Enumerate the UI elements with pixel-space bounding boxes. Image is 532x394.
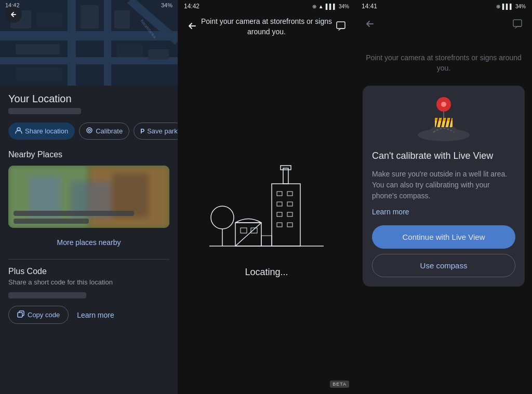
status-icons-p2: ⊕ ▲ ▌▌▌ 34% bbox=[312, 4, 349, 9]
svg-rect-42 bbox=[287, 223, 292, 227]
back-button-p3[interactable] bbox=[363, 17, 377, 33]
panel-cant-calibrate: 14:41 ⊕ ▌▌▌ 34% Point your camera at sto… bbox=[355, 0, 532, 394]
svg-rect-9 bbox=[16, 44, 60, 55]
panel-locating: 14:42 ⊕ ▲ ▌▌▌ 34% Point your camera at s… bbox=[178, 0, 355, 394]
divider bbox=[8, 259, 169, 260]
save-park-button[interactable]: P Save park bbox=[134, 123, 178, 140]
chat-button-p2[interactable] bbox=[334, 19, 348, 35]
panel1-content: Your Location Share location bbox=[0, 86, 178, 394]
copy-icon bbox=[17, 310, 24, 319]
locating-text: Locating... bbox=[245, 267, 288, 278]
learn-more-link-p1[interactable]: Learn more bbox=[77, 311, 114, 319]
dialog-icon-area bbox=[372, 96, 515, 143]
svg-rect-36 bbox=[287, 192, 292, 196]
svg-rect-7 bbox=[36, 13, 62, 28]
svg-rect-37 bbox=[277, 202, 282, 206]
nearby-places-image bbox=[8, 166, 169, 228]
copy-code-label: Copy code bbox=[28, 311, 60, 319]
svg-rect-45 bbox=[261, 236, 272, 246]
nearby-image-overlay bbox=[14, 211, 164, 224]
dialog-learn-more-link[interactable]: Learn more bbox=[372, 208, 515, 216]
calibrate-icon bbox=[86, 127, 93, 135]
svg-rect-41 bbox=[277, 223, 282, 227]
panel3-header-title: Point your camera at storefronts or sign… bbox=[363, 53, 525, 73]
panel2-header-title: Point your camera at storefronts or sign… bbox=[200, 17, 334, 37]
panel-your-location: Косatolanka 14:42 34% Your Location bbox=[0, 0, 178, 394]
time-p2: 14:42 bbox=[184, 3, 200, 10]
your-location-title: Your Location bbox=[8, 93, 169, 105]
back-button-p1[interactable] bbox=[5, 6, 22, 23]
nearby-name-blur bbox=[14, 211, 134, 216]
svg-rect-11 bbox=[114, 10, 130, 29]
calibrate-label: Calibrate bbox=[96, 127, 123, 135]
battery-p3: 34% bbox=[515, 4, 526, 9]
status-bar-p1: 14:42 34% bbox=[0, 2, 178, 8]
plus-code-value-blur bbox=[8, 292, 86, 298]
svg-point-17 bbox=[88, 129, 90, 131]
continue-live-view-button[interactable]: Continue with Live View bbox=[372, 225, 515, 249]
time-p3: 14:41 bbox=[362, 3, 377, 10]
status-bar-p3: 14:41 ⊕ ▌▌▌ 34% bbox=[355, 0, 532, 12]
signal-icon-p2: ▌▌▌ bbox=[326, 4, 337, 9]
svg-rect-31 bbox=[251, 228, 257, 233]
beta-badge: BETA bbox=[330, 381, 349, 388]
plus-code-actions: Copy code Learn more bbox=[8, 306, 169, 324]
location-icon-p2: ⊕ bbox=[312, 4, 316, 9]
map-preview: Косatolanka 14:42 34% bbox=[0, 0, 178, 86]
nearby-places-title: Nearby Places bbox=[8, 150, 169, 159]
signal-icon-p3: ▌▌▌ bbox=[502, 4, 513, 9]
svg-rect-25 bbox=[337, 22, 345, 29]
back-button-p2[interactable] bbox=[185, 19, 200, 35]
svg-rect-13 bbox=[148, 49, 169, 60]
panel2-header: Point your camera at storefronts or sign… bbox=[178, 12, 355, 41]
svg-line-32 bbox=[235, 223, 261, 246]
svg-rect-34 bbox=[272, 184, 300, 246]
share-location-button[interactable]: Share location bbox=[8, 123, 75, 140]
wifi-icon-p2: ▲ bbox=[318, 4, 324, 9]
battery-p2: 34% bbox=[339, 4, 349, 9]
svg-rect-39 bbox=[277, 212, 282, 216]
action-buttons: Share location Calibrate P Save park bbox=[8, 123, 169, 140]
panel3-header bbox=[355, 12, 532, 37]
svg-rect-3 bbox=[68, 0, 76, 86]
battery-p1: 34% bbox=[161, 2, 172, 8]
share-label: Share location bbox=[25, 127, 68, 135]
locating-illustration: Locating... bbox=[178, 41, 355, 394]
status-bar-p2: 14:42 ⊕ ▲ ▌▌▌ 34% bbox=[178, 0, 355, 12]
svg-rect-24 bbox=[18, 313, 22, 317]
copy-code-button[interactable]: Copy code bbox=[8, 306, 69, 324]
road-pin-illustration bbox=[410, 96, 477, 143]
parking-icon: P bbox=[140, 128, 144, 135]
svg-rect-30 bbox=[241, 228, 247, 233]
more-places-link[interactable]: More places nearby bbox=[8, 233, 169, 252]
share-icon bbox=[15, 127, 22, 135]
location-icon-p3: ⊕ bbox=[496, 4, 500, 9]
svg-point-56 bbox=[441, 102, 446, 107]
plus-code-title: Plus Code bbox=[8, 267, 169, 276]
dialog-body: Make sure you're outside in a well lit a… bbox=[372, 169, 515, 201]
svg-rect-46 bbox=[513, 20, 522, 26]
svg-rect-40 bbox=[287, 212, 292, 216]
plus-code-description: Share a short code for this location bbox=[8, 278, 169, 286]
dialog-title: Can't calibrate with Live View bbox=[372, 150, 515, 162]
nearby-detail-blur bbox=[14, 219, 89, 224]
svg-point-16 bbox=[87, 128, 92, 133]
panel3-top: Point your camera at storefronts or sign… bbox=[355, 37, 532, 80]
svg-point-27 bbox=[211, 206, 234, 229]
location-address-placeholder bbox=[8, 108, 81, 114]
svg-rect-10 bbox=[16, 67, 62, 80]
svg-rect-12 bbox=[117, 44, 143, 57]
svg-rect-43 bbox=[283, 168, 288, 184]
svg-rect-44 bbox=[281, 166, 291, 170]
calibration-error-dialog: Can't calibrate with Live View Make sure… bbox=[363, 86, 525, 286]
chat-button-p3[interactable] bbox=[510, 17, 525, 33]
svg-rect-38 bbox=[287, 202, 292, 206]
svg-rect-8 bbox=[81, 5, 99, 29]
use-compass-button[interactable]: Use compass bbox=[372, 254, 515, 277]
svg-rect-35 bbox=[277, 192, 282, 196]
calibrate-button[interactable]: Calibrate bbox=[79, 123, 129, 140]
save-label: Save park bbox=[147, 127, 178, 135]
status-icons-p3: ⊕ ▌▌▌ 34% bbox=[496, 4, 526, 9]
svg-rect-4 bbox=[104, 0, 111, 86]
building-illustration bbox=[204, 142, 329, 256]
